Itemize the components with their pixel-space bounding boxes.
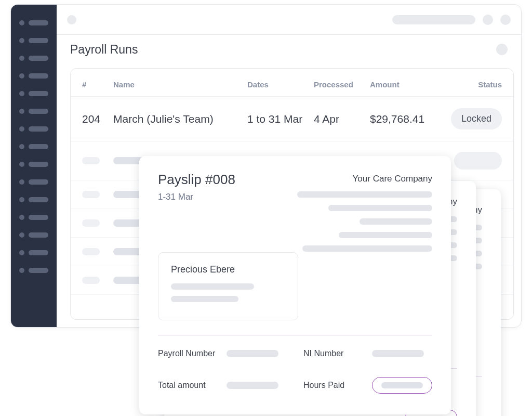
- hours-paid-input[interactable]: [372, 377, 432, 394]
- sidebar-item[interactable]: [19, 268, 48, 273]
- sidebar-item[interactable]: [19, 56, 48, 61]
- sidebar-label-skeleton: [29, 126, 48, 132]
- sidebar-label-skeleton: [29, 215, 48, 220]
- detail-value-skeleton: [227, 382, 278, 389]
- column-header-processed[interactable]: Processed: [314, 80, 370, 89]
- skeleton: [454, 152, 502, 170]
- detail-label: Payroll Number: [158, 349, 217, 358]
- detail-total-amount: Total amount: [158, 377, 287, 394]
- sidebar-item[interactable]: [19, 73, 48, 79]
- status-badge: Locked: [451, 108, 502, 129]
- company-details-skeleton: [297, 191, 432, 252]
- detail-payroll-number: Payroll Number: [158, 349, 287, 358]
- sidebar-item[interactable]: [19, 232, 48, 238]
- column-header-name[interactable]: Name: [113, 80, 247, 89]
- sidebar-dot-icon: [19, 162, 24, 167]
- skeleton: [82, 277, 100, 284]
- sidebar-dot-icon: [19, 144, 24, 149]
- sidebar-item[interactable]: [19, 250, 48, 255]
- sidebar-dot-icon: [19, 250, 24, 255]
- sidebar-label-skeleton: [29, 73, 48, 79]
- detail-value-skeleton: [227, 350, 278, 357]
- sidebar-dot-icon: [19, 38, 24, 43]
- topbar-action-icon[interactable]: [500, 15, 511, 25]
- skeleton: [302, 245, 432, 252]
- sidebar-dot-icon: [19, 56, 24, 61]
- sidebar-item[interactable]: [19, 91, 48, 96]
- detail-value-skeleton: [372, 350, 424, 357]
- topbar-search-skeleton[interactable]: [392, 15, 475, 24]
- sidebar-item[interactable]: [19, 144, 48, 149]
- sidebar-item[interactable]: [19, 215, 48, 220]
- sidebar-dot-icon: [19, 91, 24, 96]
- employee-name: Precious Ebere: [171, 264, 285, 275]
- sidebar-item[interactable]: [19, 179, 48, 185]
- skeleton: [360, 218, 432, 225]
- detail-label: NI Number: [303, 349, 363, 358]
- sidebar-item[interactable]: [19, 197, 48, 202]
- cell-processed: 4 Apr: [314, 113, 370, 125]
- table-header-row: # Name Dates Processed Amount Status: [71, 69, 513, 97]
- sidebar-label-skeleton: [29, 91, 48, 96]
- column-header-amount[interactable]: Amount: [370, 80, 451, 89]
- sidebar-label-skeleton: [29, 144, 48, 149]
- topbar-right: [392, 15, 511, 25]
- sidebar-item[interactable]: [19, 109, 48, 114]
- avatar[interactable]: [496, 44, 508, 55]
- payslip-card[interactable]: Payslip #008 Your Care Company 1-31 Mar …: [139, 156, 451, 414]
- sidebar-label-skeleton: [29, 197, 48, 202]
- cell-dates: 1 to 31 Mar: [247, 113, 314, 125]
- sidebar-item[interactable]: [19, 38, 48, 43]
- cell-status: Locked: [451, 108, 502, 129]
- skeleton: [381, 382, 423, 388]
- skeleton: [171, 283, 254, 290]
- employee-box: Precious Ebere: [158, 252, 298, 320]
- sidebar-label-skeleton: [29, 162, 48, 167]
- detail-hours-paid: Hours Paid: [303, 377, 432, 394]
- skeleton: [82, 248, 100, 255]
- topbar-action-icon[interactable]: [483, 15, 493, 25]
- payslip-details-grid: Payroll Number NI Number Total amount Ho…: [158, 349, 432, 394]
- detail-label: Hours Paid: [303, 381, 363, 390]
- sidebar-label-skeleton: [29, 179, 48, 185]
- sidebar-label-skeleton: [29, 268, 48, 273]
- cell-name: March (Julie's Team): [113, 113, 247, 125]
- payslip-header: Payslip #008 Your Care Company: [158, 172, 432, 188]
- skeleton: [297, 191, 432, 198]
- detail-label: Total amount: [158, 381, 217, 390]
- payslip-company: Your Care Company: [353, 172, 432, 184]
- cell-amount: $29,768.41: [370, 113, 451, 125]
- sidebar-label-skeleton: [29, 250, 48, 255]
- sidebar-label-skeleton: [29, 38, 48, 43]
- column-header-dates[interactable]: Dates: [247, 80, 314, 89]
- table-row[interactable]: 204 March (Julie's Team) 1 to 31 Mar 4 A…: [71, 97, 513, 141]
- skeleton: [339, 232, 432, 238]
- sidebar-dot-icon: [19, 126, 24, 132]
- skeleton: [82, 157, 100, 164]
- sidebar-label-skeleton: [29, 232, 48, 238]
- column-header-status[interactable]: Status: [451, 80, 502, 89]
- topbar: [57, 5, 521, 35]
- sidebar-dot-icon: [19, 179, 24, 185]
- sidebar: [11, 5, 57, 327]
- cell-number: 204: [82, 113, 113, 125]
- sidebar-dot-icon: [19, 20, 24, 25]
- skeleton: [82, 219, 100, 227]
- sidebar-item[interactable]: [19, 162, 48, 167]
- detail-ni-number: NI Number: [303, 349, 432, 358]
- skeleton: [82, 191, 100, 198]
- payslip-title: Payslip #008: [158, 172, 235, 188]
- sidebar-dot-icon: [19, 109, 24, 114]
- sidebar-dot-icon: [19, 232, 24, 238]
- sidebar-label-skeleton: [29, 56, 48, 61]
- sidebar-dot-icon: [19, 73, 24, 79]
- divider: [158, 335, 432, 335]
- sidebar-item[interactable]: [19, 126, 48, 132]
- page-header: Payroll Runs: [57, 35, 521, 64]
- sidebar-item[interactable]: [19, 20, 48, 25]
- page-title: Payroll Runs: [70, 43, 138, 57]
- topbar-menu-icon[interactable]: [67, 15, 76, 24]
- sidebar-dot-icon: [19, 197, 24, 202]
- sidebar-label-skeleton: [29, 109, 48, 114]
- column-header-number[interactable]: #: [82, 80, 113, 89]
